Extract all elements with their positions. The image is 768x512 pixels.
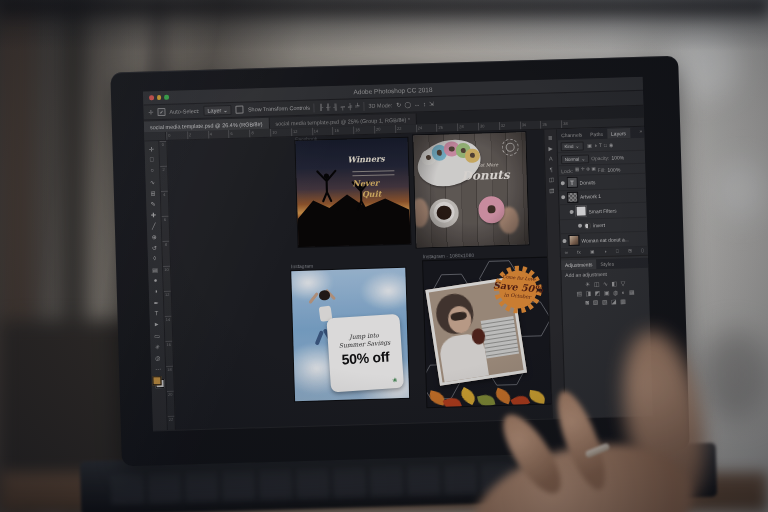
- align-horizontal-centers-icon[interactable]: ╫: [326, 104, 330, 110]
- artboard-label[interactable]: Instagram - 1080x1080: [423, 252, 475, 260]
- eyedropper-tool[interactable]: ✎: [148, 198, 159, 209]
- hand-tool[interactable]: ✳: [152, 341, 163, 352]
- character-panel-icon[interactable]: A: [549, 156, 553, 162]
- layer-visibility-toggle[interactable]: [560, 181, 564, 185]
- opacity-value[interactable]: 100%: [611, 154, 624, 160]
- filter-shape-layers-icon[interactable]: □: [604, 142, 607, 147]
- healing-brush-tool[interactable]: ✚: [148, 209, 159, 220]
- align-vertical-centers-icon[interactable]: ╪: [348, 103, 352, 109]
- artboard-never-quit[interactable]: Winners Never Quit: [295, 138, 410, 247]
- artboard-summer-sale[interactable]: Jump into Summer Savings 50% off ❀: [291, 268, 409, 401]
- adjustment-icon[interactable]: ▣: [604, 289, 610, 295]
- more-tools[interactable]: ⋯: [152, 363, 163, 374]
- artboard-october-sale[interactable]: Come for Love Save 50% in October: [423, 258, 551, 408]
- 3d-drag-icon[interactable]: ↔: [414, 101, 420, 107]
- artboard-label[interactable]: Instagram: [291, 263, 313, 270]
- lock-all-icon[interactable]: ▣: [591, 167, 595, 172]
- gradient-tool[interactable]: ▤: [149, 264, 160, 275]
- layer-visibility-toggle[interactable]: [562, 239, 566, 243]
- lock-transparency-icon[interactable]: ▦: [575, 168, 579, 173]
- fill-value[interactable]: 100%: [607, 166, 620, 172]
- show-transform-checkbox[interactable]: [236, 106, 244, 114]
- adjustment-icon[interactable]: ◙: [585, 299, 589, 305]
- blur-tool[interactable]: ●: [150, 275, 161, 286]
- panel-tab[interactable]: Paths: [586, 129, 607, 140]
- zoom-tool[interactable]: ◎: [152, 352, 163, 363]
- new-layer-icon[interactable]: ⊞: [628, 249, 632, 254]
- paragraph-panel-icon[interactable]: ¶: [550, 167, 553, 173]
- adjustment-icon[interactable]: ▦: [629, 289, 635, 295]
- clone-stamp-tool[interactable]: ⊕: [148, 231, 159, 242]
- foreground-color-swatch[interactable]: [153, 376, 162, 385]
- lock-label: Lock:: [561, 167, 573, 173]
- adjustment-icon[interactable]: ◪: [611, 298, 617, 304]
- 3d-roll-icon[interactable]: ◯: [404, 102, 411, 108]
- winners-title: Winners: [347, 153, 385, 164]
- panel-tab[interactable]: Channels: [557, 129, 586, 140]
- align-left-edges-icon[interactable]: ╟: [319, 104, 323, 110]
- adjustment-icon[interactable]: ◐: [622, 289, 626, 295]
- add-layer-mask-icon[interactable]: ▣: [590, 250, 594, 255]
- auto-select-checkbox[interactable]: ✓: [157, 108, 165, 116]
- adjustment-icon[interactable]: ◨: [585, 290, 591, 296]
- crop-tool[interactable]: ⊞: [147, 187, 158, 198]
- libraries-panel-icon[interactable]: ◫: [549, 177, 554, 183]
- adjustment-icon[interactable]: ▨: [602, 298, 608, 304]
- panel-tab[interactable]: Layers: [607, 128, 630, 139]
- type-tool[interactable]: T: [151, 308, 162, 319]
- adjustment-icon[interactable]: ▤: [576, 290, 582, 296]
- auto-select-dropdown[interactable]: Layer⌄: [203, 105, 232, 116]
- collapse-panels-icon[interactable]: »: [639, 128, 642, 134]
- lasso-tool[interactable]: ○: [147, 165, 158, 176]
- align-top-edges-icon[interactable]: ╤: [341, 104, 345, 110]
- move-tool[interactable]: ✛: [146, 143, 157, 154]
- adjustment-icon[interactable]: ◧: [611, 280, 617, 286]
- adjustment-icon[interactable]: ◍: [613, 289, 618, 295]
- layer-visibility-toggle[interactable]: [561, 195, 565, 199]
- info-panel-icon[interactable]: ▤: [549, 188, 554, 194]
- new-adjustment-layer-icon[interactable]: ◑: [604, 249, 607, 254]
- filter-pixel-layers-icon[interactable]: ▣: [587, 143, 592, 148]
- filter-kind-dropdown[interactable]: Kind⌄: [560, 141, 583, 151]
- brush-tool[interactable]: ╱: [148, 220, 159, 231]
- 3d-slide-icon[interactable]: ↕: [423, 101, 426, 107]
- blend-mode-dropdown[interactable]: Normal⌄: [561, 154, 590, 164]
- align-bottom-edges-icon[interactable]: ╧: [355, 103, 359, 109]
- 3d-rotate-icon[interactable]: ↻: [396, 102, 401, 108]
- adjustment-icon[interactable]: ▧: [593, 299, 599, 305]
- artboard-donuts[interactable]: Eat More Donuts: [413, 132, 528, 247]
- properties-panel-icon[interactable]: ▶: [548, 146, 552, 152]
- adjustment-icon[interactable]: ☀: [585, 281, 591, 287]
- tab-styles[interactable]: Styles: [596, 259, 618, 270]
- delete-layer-icon[interactable]: ▯: [641, 248, 644, 253]
- layer-visibility-toggle[interactable]: [569, 210, 573, 214]
- adjustment-icon[interactable]: ◩: [595, 290, 601, 296]
- shape-tool[interactable]: ▭: [151, 330, 162, 341]
- layer-style-icon[interactable]: fx: [577, 250, 581, 255]
- 3d-scale-icon[interactable]: ⇲: [429, 101, 434, 107]
- link-layers-icon[interactable]: ∞: [565, 251, 568, 256]
- adjustment-icon[interactable]: ▽: [621, 280, 626, 286]
- marquee-tool[interactable]: □: [146, 154, 157, 165]
- filter-smart-objects-icon[interactable]: ◉: [609, 142, 614, 147]
- filter-adjustment-layers-icon[interactable]: ◑: [594, 143, 597, 148]
- new-group-icon[interactable]: □: [616, 249, 619, 254]
- layer-visibility-toggle[interactable]: [578, 224, 582, 228]
- dodge-tool[interactable]: ◑: [150, 286, 161, 297]
- path-selection-tool[interactable]: ►: [151, 319, 162, 330]
- lock-image-icon[interactable]: ⊕: [586, 168, 590, 173]
- eraser-tool[interactable]: ◊: [149, 253, 160, 264]
- adjustment-icon[interactable]: ◫: [594, 281, 600, 287]
- pen-tool[interactable]: ✒: [150, 297, 161, 308]
- layer-thumbnail: T: [566, 177, 577, 188]
- history-brush-tool[interactable]: ↺: [149, 242, 160, 253]
- filter-type-layers-icon[interactable]: T: [599, 142, 602, 147]
- ruler-origin[interactable]: [144, 132, 166, 141]
- adjustment-icon[interactable]: ∿: [603, 280, 608, 286]
- adjustment-icon[interactable]: ▩: [620, 298, 626, 304]
- quick-selection-tool[interactable]: ∿: [147, 176, 158, 187]
- canvas[interactable]: Facebook: [167, 130, 551, 430]
- align-right-edges-icon[interactable]: ╢: [333, 104, 337, 110]
- lock-position-icon[interactable]: ✛: [581, 168, 585, 173]
- history-panel-icon[interactable]: ≣: [548, 135, 553, 141]
